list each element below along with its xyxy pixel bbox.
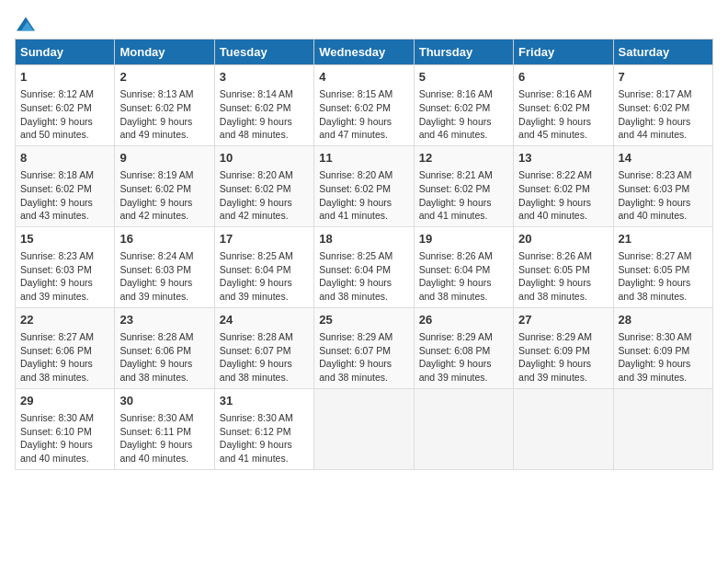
day-info: Sunrise: 8:12 AMSunset: 6:02 PMDaylight:…: [20, 87, 109, 142]
day-info: Sunrise: 8:15 AMSunset: 6:02 PMDaylight:…: [319, 87, 408, 142]
calendar-cell: [613, 388, 712, 469]
calendar-cell: 23Sunrise: 8:28 AMSunset: 6:06 PMDayligh…: [115, 307, 214, 388]
day-info: Sunrise: 8:18 AMSunset: 6:02 PMDaylight:…: [20, 168, 109, 223]
calendar-cell: 26Sunrise: 8:29 AMSunset: 6:08 PMDayligh…: [414, 307, 513, 388]
calendar-cell: 5Sunrise: 8:16 AMSunset: 6:02 PMDaylight…: [414, 65, 513, 146]
calendar-cell: [514, 388, 613, 469]
day-number: 5: [419, 69, 508, 86]
day-number: 28: [619, 312, 708, 328]
weekday-header-friday: Friday: [514, 40, 613, 65]
calendar-week-row: 1Sunrise: 8:12 AMSunset: 6:02 PMDaylight…: [16, 65, 713, 146]
day-info: Sunrise: 8:24 AMSunset: 6:03 PMDaylight:…: [119, 249, 209, 304]
calendar-cell: 19Sunrise: 8:26 AMSunset: 6:04 PMDayligh…: [414, 226, 513, 307]
day-info: Sunrise: 8:29 AMSunset: 6:08 PMDaylight:…: [419, 330, 508, 385]
calendar-cell: 2Sunrise: 8:13 AMSunset: 6:02 PMDaylight…: [115, 65, 214, 146]
calendar-body: 1Sunrise: 8:12 AMSunset: 6:02 PMDaylight…: [16, 65, 713, 470]
day-number: 23: [119, 312, 209, 328]
day-number: 12: [419, 150, 508, 167]
day-number: 13: [518, 150, 608, 167]
day-number: 25: [319, 312, 408, 328]
weekday-header-wednesday: Wednesday: [314, 40, 414, 65]
day-info: Sunrise: 8:16 AMSunset: 6:02 PMDaylight:…: [518, 87, 608, 142]
weekday-header-thursday: Thursday: [414, 40, 513, 65]
day-info: Sunrise: 8:26 AMSunset: 6:04 PMDaylight:…: [419, 249, 508, 304]
calendar-cell: 9Sunrise: 8:19 AMSunset: 6:02 PMDaylight…: [115, 145, 214, 226]
day-info: Sunrise: 8:28 AMSunset: 6:06 PMDaylight:…: [119, 330, 209, 385]
calendar-cell: 30Sunrise: 8:30 AMSunset: 6:11 PMDayligh…: [115, 388, 214, 469]
calendar-table: SundayMondayTuesdayWednesdayThursdayFrid…: [15, 39, 713, 470]
calendar-cell: 18Sunrise: 8:25 AMSunset: 6:04 PMDayligh…: [314, 226, 414, 307]
day-number: 14: [619, 150, 708, 167]
day-info: Sunrise: 8:14 AMSunset: 6:02 PMDaylight:…: [220, 87, 309, 142]
day-number: 7: [619, 69, 708, 86]
calendar-cell: [414, 388, 513, 469]
day-number: 29: [20, 393, 109, 409]
day-number: 18: [319, 231, 408, 247]
calendar-cell: [314, 388, 414, 469]
calendar-week-row: 15Sunrise: 8:23 AMSunset: 6:03 PMDayligh…: [16, 226, 713, 307]
day-info: Sunrise: 8:23 AMSunset: 6:03 PMDaylight:…: [619, 168, 708, 223]
calendar-cell: 13Sunrise: 8:22 AMSunset: 6:02 PMDayligh…: [514, 145, 613, 226]
calendar-cell: 29Sunrise: 8:30 AMSunset: 6:10 PMDayligh…: [16, 388, 115, 469]
calendar-cell: 27Sunrise: 8:29 AMSunset: 6:09 PMDayligh…: [514, 307, 613, 388]
calendar-week-row: 8Sunrise: 8:18 AMSunset: 6:02 PMDaylight…: [16, 145, 713, 226]
calendar-cell: 8Sunrise: 8:18 AMSunset: 6:02 PMDaylight…: [16, 145, 115, 226]
calendar-cell: 24Sunrise: 8:28 AMSunset: 6:07 PMDayligh…: [214, 307, 313, 388]
day-info: Sunrise: 8:17 AMSunset: 6:02 PMDaylight:…: [619, 87, 708, 142]
calendar-cell: 7Sunrise: 8:17 AMSunset: 6:02 PMDaylight…: [613, 65, 712, 146]
day-info: Sunrise: 8:28 AMSunset: 6:07 PMDaylight:…: [220, 330, 309, 385]
calendar-cell: 16Sunrise: 8:24 AMSunset: 6:03 PMDayligh…: [115, 226, 214, 307]
day-number: 19: [419, 231, 508, 247]
calendar-cell: 20Sunrise: 8:26 AMSunset: 6:05 PMDayligh…: [514, 226, 613, 307]
logo: [15, 15, 35, 29]
day-info: Sunrise: 8:22 AMSunset: 6:02 PMDaylight:…: [518, 168, 608, 223]
calendar-cell: 28Sunrise: 8:30 AMSunset: 6:09 PMDayligh…: [613, 307, 712, 388]
day-number: 31: [220, 393, 309, 409]
day-info: Sunrise: 8:30 AMSunset: 6:11 PMDaylight:…: [119, 411, 209, 465]
weekday-header-monday: Monday: [115, 40, 214, 65]
calendar-cell: 17Sunrise: 8:25 AMSunset: 6:04 PMDayligh…: [214, 226, 313, 307]
day-number: 3: [220, 69, 309, 86]
calendar-week-row: 22Sunrise: 8:27 AMSunset: 6:06 PMDayligh…: [16, 307, 713, 388]
calendar-week-row: 29Sunrise: 8:30 AMSunset: 6:10 PMDayligh…: [16, 388, 713, 469]
day-info: Sunrise: 8:29 AMSunset: 6:09 PMDaylight:…: [518, 330, 608, 385]
day-info: Sunrise: 8:27 AMSunset: 6:06 PMDaylight:…: [20, 330, 109, 385]
calendar-cell: 11Sunrise: 8:20 AMSunset: 6:02 PMDayligh…: [314, 145, 414, 226]
day-number: 16: [119, 231, 209, 247]
day-number: 6: [518, 69, 608, 86]
calendar-cell: 3Sunrise: 8:14 AMSunset: 6:02 PMDaylight…: [214, 65, 313, 146]
calendar-cell: 12Sunrise: 8:21 AMSunset: 6:02 PMDayligh…: [414, 145, 513, 226]
calendar-cell: 31Sunrise: 8:30 AMSunset: 6:12 PMDayligh…: [214, 388, 313, 469]
day-info: Sunrise: 8:25 AMSunset: 6:04 PMDaylight:…: [319, 249, 408, 304]
day-number: 8: [20, 150, 109, 167]
weekday-header-tuesday: Tuesday: [214, 40, 313, 65]
day-info: Sunrise: 8:30 AMSunset: 6:09 PMDaylight:…: [619, 330, 708, 385]
day-number: 2: [119, 69, 209, 86]
day-number: 10: [220, 150, 309, 167]
day-info: Sunrise: 8:21 AMSunset: 6:02 PMDaylight:…: [419, 168, 508, 223]
day-info: Sunrise: 8:20 AMSunset: 6:02 PMDaylight:…: [220, 168, 309, 223]
day-number: 26: [419, 312, 508, 328]
day-info: Sunrise: 8:19 AMSunset: 6:02 PMDaylight:…: [119, 168, 209, 223]
day-number: 20: [518, 231, 608, 247]
calendar-cell: 10Sunrise: 8:20 AMSunset: 6:02 PMDayligh…: [214, 145, 313, 226]
calendar-cell: 25Sunrise: 8:29 AMSunset: 6:07 PMDayligh…: [314, 307, 414, 388]
day-number: 9: [119, 150, 209, 167]
logo-icon: [17, 15, 35, 33]
day-info: Sunrise: 8:25 AMSunset: 6:04 PMDaylight:…: [220, 249, 309, 304]
day-info: Sunrise: 8:16 AMSunset: 6:02 PMDaylight:…: [419, 87, 508, 142]
weekday-header-sunday: Sunday: [16, 40, 115, 65]
day-number: 30: [119, 393, 209, 409]
day-number: 22: [20, 312, 109, 328]
day-info: Sunrise: 8:26 AMSunset: 6:05 PMDaylight:…: [518, 249, 608, 304]
day-number: 21: [619, 231, 708, 247]
weekday-header-saturday: Saturday: [613, 40, 712, 65]
day-info: Sunrise: 8:30 AMSunset: 6:10 PMDaylight:…: [20, 411, 109, 465]
calendar-cell: 6Sunrise: 8:16 AMSunset: 6:02 PMDaylight…: [514, 65, 613, 146]
calendar-header-row: SundayMondayTuesdayWednesdayThursdayFrid…: [16, 40, 713, 65]
day-info: Sunrise: 8:30 AMSunset: 6:12 PMDaylight:…: [220, 411, 309, 465]
calendar-cell: 1Sunrise: 8:12 AMSunset: 6:02 PMDaylight…: [16, 65, 115, 146]
calendar-cell: 15Sunrise: 8:23 AMSunset: 6:03 PMDayligh…: [16, 226, 115, 307]
day-info: Sunrise: 8:20 AMSunset: 6:02 PMDaylight:…: [319, 168, 408, 223]
calendar-cell: 4Sunrise: 8:15 AMSunset: 6:02 PMDaylight…: [314, 65, 414, 146]
